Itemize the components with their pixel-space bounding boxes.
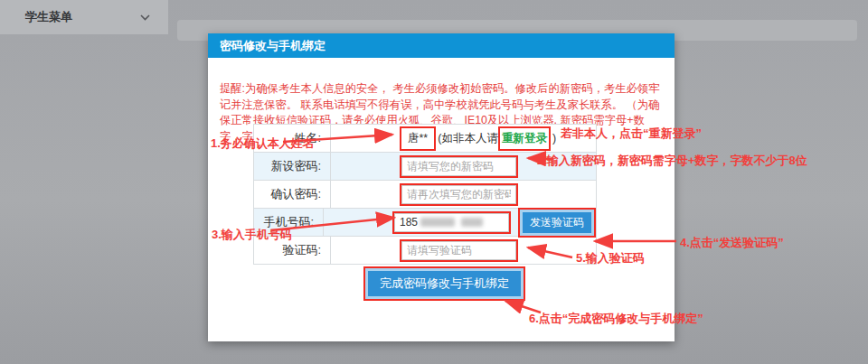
submit-button[interactable]: 完成密码修改与手机绑定 (368, 271, 521, 296)
name-note-post: ) (552, 132, 556, 145)
annotation-relogin-note: 若非本人，点击“重新登录” (561, 126, 702, 142)
send-code-highlight: 发送验证码 (518, 208, 596, 238)
confirm-password-input[interactable] (401, 185, 516, 204)
annotation-step4: 4.点击“发送验证码” (680, 235, 784, 251)
name-value: 唐** (401, 128, 434, 149)
table-row-code: 验证码: (254, 237, 596, 265)
phone-value: 185 (400, 216, 418, 229)
confirm-password-highlight (400, 183, 518, 206)
password-change-dialog: 密码修改与手机绑定 提醒:为确保考生本人信息的安全， 考生必须修改初始密码。修改… (208, 33, 675, 341)
phone-redacted-digits (420, 218, 455, 227)
annotation-step3: 3.输入手机号码 (212, 227, 292, 243)
table-row-phone: 手机号码: 185 发送验证码 (254, 209, 596, 237)
code-highlight (400, 239, 518, 262)
relogin-highlight: 重新登录 (498, 126, 551, 151)
new-password-label: 新设密码: (254, 153, 331, 180)
student-menu-label: 学生菜单 (25, 9, 72, 25)
send-code-button[interactable]: 发送验证码 (523, 212, 591, 233)
relogin-link[interactable]: 重新登录 (500, 128, 549, 149)
name-value-highlight: 唐** (400, 126, 436, 151)
confirm-password-label: 确认密码: (254, 181, 331, 208)
phone-highlight: 185 (392, 211, 511, 234)
send-code-button-ring: 发送验证码 (520, 210, 594, 236)
annotation-step2: 2.输入新密码，新密码需字母+数字，字数不少于8位 (537, 153, 807, 169)
table-row-confirm-password: 确认密码: (254, 181, 596, 209)
submit-highlight: 完成密码修改与手机绑定 (363, 266, 525, 301)
dialog-title: 密码修改与手机绑定 (208, 33, 675, 58)
name-note-pre: (如非本人请 (438, 131, 498, 146)
phone-input[interactable]: 185 (394, 213, 509, 232)
annotation-step5: 5.输入验证码 (576, 250, 645, 266)
submit-button-ring: 完成密码修改与手机绑定 (365, 268, 524, 299)
phone-redacted-digits (461, 218, 483, 227)
student-menu-dropdown[interactable]: 学生菜单 (0, 0, 168, 34)
chevron-down-icon (140, 14, 150, 21)
annotation-step6: 6.点击“完成密码修改与手机绑定” (529, 311, 703, 327)
new-password-input[interactable] (401, 157, 516, 176)
page: 学生菜单 密码修改与手机绑定 提醒:为确保考生本人信息的安全， 考生必须修改初始… (0, 0, 868, 364)
code-input[interactable] (401, 241, 516, 260)
new-password-highlight (400, 155, 518, 178)
annotation-step1: 1.务必确认本人姓名 (211, 135, 315, 152)
